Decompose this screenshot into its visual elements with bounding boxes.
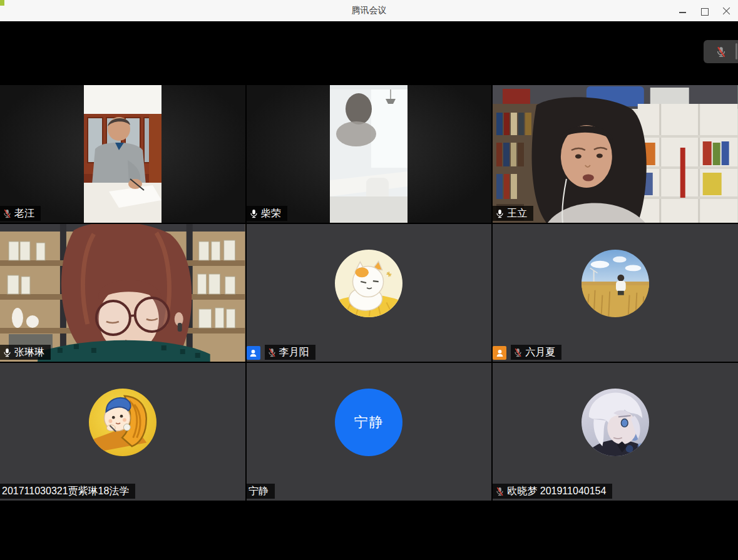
participant-name: 柴荣 — [261, 208, 281, 218]
pearl-earring-avatar — [89, 389, 156, 456]
participant-tile-jiazilin[interactable]: 201711030321贾紫琳18法学 — [0, 363, 245, 501]
participant-tile-laowang[interactable]: 老汪 — [0, 85, 245, 223]
member-badge-orange — [493, 346, 506, 360]
mic-icon — [3, 348, 12, 357]
mic-icon — [495, 209, 505, 218]
maximize-icon[interactable] — [700, 7, 709, 15]
wheat-field-avatar — [582, 250, 649, 317]
participant-name: 王立 — [507, 208, 527, 218]
member-badge-blue — [247, 346, 260, 360]
initial-avatar: 宁静 — [335, 389, 402, 456]
participant-label: 宁静 — [247, 484, 275, 499]
mic-icon — [249, 209, 259, 218]
avatar-initial-text: 宁静 — [354, 413, 384, 432]
participant-name: 六月夏 — [525, 347, 555, 357]
participant-tile-ningjing[interactable]: 宁静 宁静 — [247, 363, 492, 501]
participant-name: 李月阳 — [279, 347, 309, 357]
video-grid: 老汪 — [0, 85, 738, 501]
video-feed — [493, 85, 738, 223]
person-icon — [249, 349, 258, 358]
participant-tile-wangli[interactable]: 王立 — [493, 85, 738, 223]
cat-avatar — [335, 250, 402, 317]
participant-label: 王立 — [493, 206, 533, 221]
participant-name: 201711030321贾紫琳18法学 — [2, 486, 129, 496]
self-mic-panel[interactable] — [704, 40, 738, 63]
participant-label: 201711030321贾紫琳18法学 — [0, 484, 135, 499]
video-feed — [84, 85, 161, 223]
mic-muted-icon — [3, 209, 12, 218]
participant-tile-zhanglinlin[interactable]: 张琳琳 — [0, 224, 245, 362]
window-titlebar: 腾讯会议 — [0, 0, 738, 21]
close-icon[interactable] — [722, 7, 730, 15]
window-controls — [679, 0, 730, 21]
participant-name: 张琳琳 — [14, 347, 44, 357]
mic-muted-icon — [495, 487, 505, 496]
video-feed — [0, 224, 245, 362]
participant-label: 柴荣 — [247, 206, 287, 221]
participant-name: 欧晓梦 201911040154 — [507, 486, 606, 496]
corner-accent — [0, 0, 4, 6]
mic-muted-icon — [513, 348, 523, 357]
participant-label: 李月阳 — [265, 345, 315, 360]
participant-tile-ouxiaomeng[interactable]: 欧晓梦 201911040154 — [493, 363, 738, 501]
participant-name: 老汪 — [14, 208, 34, 218]
participant-label: 六月夏 — [511, 345, 561, 360]
window-title: 腾讯会议 — [352, 5, 387, 16]
participant-tile-liuyuexia[interactable]: 六月夏 — [493, 224, 738, 362]
video-feed — [330, 85, 407, 223]
participant-label: 欧晓梦 201911040154 — [493, 484, 612, 499]
participant-label: 老汪 — [0, 206, 41, 221]
anime-avatar — [582, 389, 649, 456]
participant-label: 张琳琳 — [0, 345, 51, 360]
participant-tile-liyueyang[interactable]: 李月阳 — [247, 224, 492, 362]
person-icon — [495, 349, 505, 358]
participant-name: 宁静 — [249, 486, 269, 496]
meeting-area: 老汪 — [0, 21, 738, 560]
mic-muted-icon — [715, 46, 727, 58]
minimize-icon[interactable] — [679, 7, 687, 15]
mic-muted-icon — [267, 348, 277, 357]
participant-tile-chairong[interactable]: 柴荣 — [247, 85, 492, 223]
